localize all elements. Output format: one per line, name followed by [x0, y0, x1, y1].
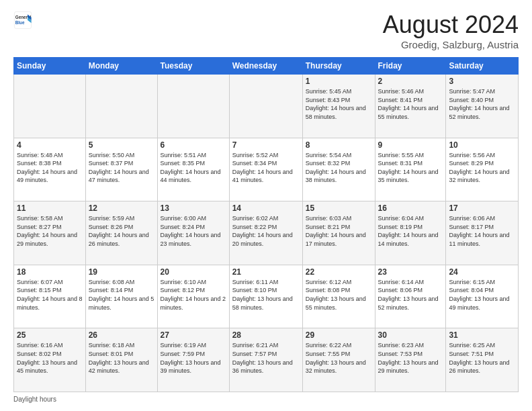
- day-number: 17: [449, 203, 515, 213]
- day-number: 6: [161, 140, 226, 150]
- day-info: Sunrise: 6:06 AM Sunset: 8:17 PM Dayligh…: [449, 214, 515, 248]
- calendar-cell: 10Sunrise: 5:56 AM Sunset: 8:29 PM Dayli…: [446, 138, 519, 201]
- day-number: 10: [449, 140, 515, 150]
- calendar-cell: 3Sunrise: 5:47 AM Sunset: 8:40 PM Daylig…: [446, 75, 519, 138]
- day-number: 24: [449, 267, 515, 277]
- day-info: Sunrise: 6:25 AM Sunset: 7:51 PM Dayligh…: [449, 341, 515, 375]
- day-info: Sunrise: 6:15 AM Sunset: 8:04 PM Dayligh…: [449, 278, 515, 312]
- day-number: 2: [378, 77, 443, 86]
- day-number: 9: [378, 140, 443, 150]
- day-number: 23: [378, 267, 443, 277]
- calendar-title: August 2024: [383, 11, 519, 39]
- calendar-cell: 16Sunrise: 6:04 AM Sunset: 8:19 PM Dayli…: [375, 201, 446, 265]
- day-info: Sunrise: 5:45 AM Sunset: 8:43 PM Dayligh…: [306, 87, 372, 121]
- day-number: 20: [161, 267, 226, 277]
- calendar-cell: 19Sunrise: 6:08 AM Sunset: 8:14 PM Dayli…: [85, 265, 157, 328]
- day-number: 31: [449, 330, 515, 340]
- calendar-cell: [157, 75, 229, 138]
- calendar-cell: 5Sunrise: 5:50 AM Sunset: 8:37 PM Daylig…: [85, 138, 157, 201]
- day-info: Sunrise: 6:22 AM Sunset: 7:55 PM Dayligh…: [306, 341, 372, 375]
- calendar-cell: 6Sunrise: 5:51 AM Sunset: 8:35 PM Daylig…: [157, 138, 229, 201]
- day-number: 16: [378, 203, 443, 213]
- day-number: 28: [232, 330, 300, 340]
- day-info: Sunrise: 5:59 AM Sunset: 8:26 PM Dayligh…: [89, 214, 154, 248]
- day-number: 21: [232, 267, 300, 277]
- day-info: Sunrise: 6:23 AM Sunset: 7:53 PM Dayligh…: [378, 341, 443, 375]
- calendar-cell: 22Sunrise: 6:12 AM Sunset: 8:08 PM Dayli…: [302, 265, 375, 328]
- day-number: 1: [306, 77, 372, 86]
- day-number: 7: [232, 140, 300, 150]
- svg-text:Blue: Blue: [15, 20, 25, 25]
- day-info: Sunrise: 5:55 AM Sunset: 8:31 PM Dayligh…: [378, 151, 443, 185]
- logo: General Blue: [13, 11, 32, 30]
- day-info: Sunrise: 6:07 AM Sunset: 8:15 PM Dayligh…: [17, 278, 83, 312]
- calendar-cell: 13Sunrise: 6:00 AM Sunset: 8:24 PM Dayli…: [157, 201, 229, 265]
- calendar-cell: 29Sunrise: 6:22 AM Sunset: 7:55 PM Dayli…: [302, 328, 375, 392]
- header: General Blue August 2024 Groedig, Salzbu…: [13, 11, 519, 50]
- day-info: Sunrise: 5:47 AM Sunset: 8:40 PM Dayligh…: [449, 87, 515, 121]
- day-header-thursday: Thursday: [302, 58, 375, 75]
- day-info: Sunrise: 6:10 AM Sunset: 8:12 PM Dayligh…: [161, 278, 226, 312]
- calendar-cell: 11Sunrise: 5:58 AM Sunset: 8:27 PM Dayli…: [14, 201, 86, 265]
- day-number: 8: [306, 140, 372, 150]
- day-number: 25: [17, 330, 83, 340]
- calendar-cell: 21Sunrise: 6:11 AM Sunset: 8:10 PM Dayli…: [229, 265, 302, 328]
- week-row-3: 11Sunrise: 5:58 AM Sunset: 8:27 PM Dayli…: [14, 201, 519, 265]
- day-info: Sunrise: 6:11 AM Sunset: 8:10 PM Dayligh…: [232, 278, 300, 312]
- day-info: Sunrise: 6:14 AM Sunset: 8:06 PM Dayligh…: [378, 278, 443, 312]
- calendar-cell: 24Sunrise: 6:15 AM Sunset: 8:04 PM Dayli…: [446, 265, 519, 328]
- calendar-cell: 1Sunrise: 5:45 AM Sunset: 8:43 PM Daylig…: [302, 75, 375, 138]
- day-info: Sunrise: 6:12 AM Sunset: 8:08 PM Dayligh…: [306, 278, 372, 312]
- calendar-cell: [229, 75, 302, 138]
- day-info: Sunrise: 5:51 AM Sunset: 8:35 PM Dayligh…: [161, 151, 226, 185]
- day-info: Sunrise: 6:19 AM Sunset: 7:59 PM Dayligh…: [161, 341, 226, 375]
- day-header-wednesday: Wednesday: [229, 58, 302, 75]
- day-number: 13: [161, 203, 226, 213]
- day-number: 12: [89, 203, 154, 213]
- calendar-cell: 15Sunrise: 6:03 AM Sunset: 8:21 PM Dayli…: [302, 201, 375, 265]
- day-info: Sunrise: 6:18 AM Sunset: 8:01 PM Dayligh…: [89, 341, 154, 375]
- title-block: August 2024 Groedig, Salzburg, Austria: [383, 11, 519, 50]
- day-info: Sunrise: 6:02 AM Sunset: 8:22 PM Dayligh…: [232, 214, 300, 248]
- day-info: Sunrise: 5:56 AM Sunset: 8:29 PM Dayligh…: [449, 151, 515, 185]
- day-number: 11: [17, 203, 83, 213]
- calendar-cell: [14, 75, 86, 138]
- week-row-1: 1Sunrise: 5:45 AM Sunset: 8:43 PM Daylig…: [14, 75, 519, 138]
- day-info: Sunrise: 6:08 AM Sunset: 8:14 PM Dayligh…: [89, 278, 154, 312]
- page: General Blue August 2024 Groedig, Salzbu…: [0, 0, 532, 411]
- calendar-subtitle: Groedig, Salzburg, Austria: [383, 39, 519, 50]
- day-number: 19: [89, 267, 154, 277]
- day-info: Sunrise: 5:46 AM Sunset: 8:41 PM Dayligh…: [378, 87, 443, 121]
- calendar-cell: 4Sunrise: 5:48 AM Sunset: 8:38 PM Daylig…: [14, 138, 86, 201]
- day-header-saturday: Saturday: [446, 58, 519, 75]
- day-info: Sunrise: 6:04 AM Sunset: 8:19 PM Dayligh…: [378, 214, 443, 248]
- day-number: 30: [378, 330, 443, 340]
- day-number: 27: [161, 330, 226, 340]
- day-number: 18: [17, 267, 83, 277]
- calendar: SundayMondayTuesdayWednesdayThursdayFrid…: [13, 57, 519, 392]
- day-info: Sunrise: 5:48 AM Sunset: 8:38 PM Dayligh…: [17, 151, 83, 185]
- day-info: Sunrise: 6:21 AM Sunset: 7:57 PM Dayligh…: [232, 341, 300, 375]
- day-info: Sunrise: 5:52 AM Sunset: 8:34 PM Dayligh…: [232, 151, 300, 185]
- calendar-cell: 31Sunrise: 6:25 AM Sunset: 7:51 PM Dayli…: [446, 328, 519, 392]
- day-header-monday: Monday: [85, 58, 157, 75]
- day-number: 22: [306, 267, 372, 277]
- day-number: 14: [232, 203, 300, 213]
- calendar-cell: 27Sunrise: 6:19 AM Sunset: 7:59 PM Dayli…: [157, 328, 229, 392]
- day-info: Sunrise: 5:58 AM Sunset: 8:27 PM Dayligh…: [17, 214, 83, 248]
- calendar-cell: [85, 75, 157, 138]
- calendar-cell: 23Sunrise: 6:14 AM Sunset: 8:06 PM Dayli…: [375, 265, 446, 328]
- logo-icon: General Blue: [13, 11, 32, 30]
- day-info: Sunrise: 6:03 AM Sunset: 8:21 PM Dayligh…: [306, 214, 372, 248]
- calendar-cell: 26Sunrise: 6:18 AM Sunset: 8:01 PM Dayli…: [85, 328, 157, 392]
- day-info: Sunrise: 6:00 AM Sunset: 8:24 PM Dayligh…: [161, 214, 226, 248]
- calendar-table: SundayMondayTuesdayWednesdayThursdayFrid…: [13, 57, 519, 392]
- calendar-cell: 28Sunrise: 6:21 AM Sunset: 7:57 PM Dayli…: [229, 328, 302, 392]
- day-number: 29: [306, 330, 372, 340]
- week-row-4: 18Sunrise: 6:07 AM Sunset: 8:15 PM Dayli…: [14, 265, 519, 328]
- day-number: 4: [17, 140, 83, 150]
- calendar-cell: 20Sunrise: 6:10 AM Sunset: 8:12 PM Dayli…: [157, 265, 229, 328]
- calendar-cell: 25Sunrise: 6:16 AM Sunset: 8:02 PM Dayli…: [14, 328, 86, 392]
- day-info: Sunrise: 5:50 AM Sunset: 8:37 PM Dayligh…: [89, 151, 154, 185]
- calendar-cell: 9Sunrise: 5:55 AM Sunset: 8:31 PM Daylig…: [375, 138, 446, 201]
